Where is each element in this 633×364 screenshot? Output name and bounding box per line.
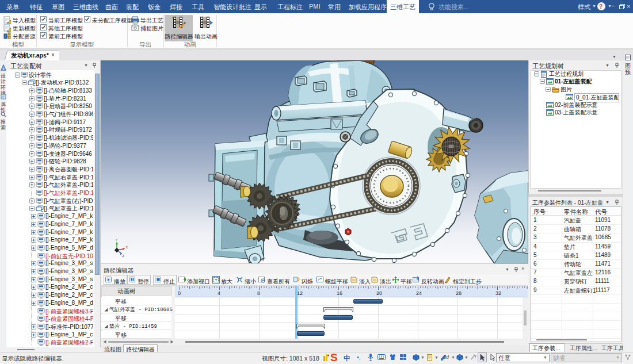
svg-text:Y: Y	[115, 238, 117, 242]
svg-text:Z: Z	[122, 254, 124, 258]
svg-text:X: X	[125, 246, 128, 249]
